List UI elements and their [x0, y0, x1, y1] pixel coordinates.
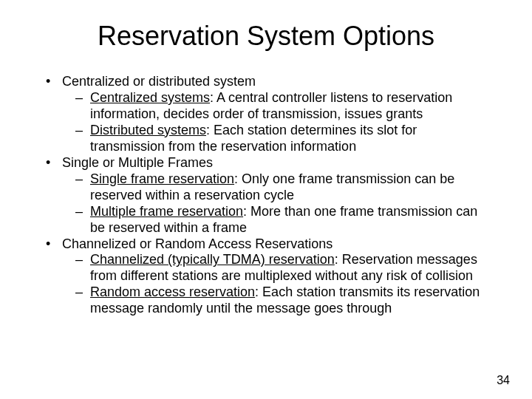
- term: Centralized systems: [90, 90, 210, 105]
- list-item: Random access reservation: Each station …: [75, 284, 495, 317]
- list-item: Distributed systems: Each station determ…: [75, 123, 495, 155]
- list-item: Channelized or Random Access Reservation…: [46, 236, 495, 318]
- term: Distributed systems: [90, 123, 206, 137]
- bullet-text: Centralized or distributed system: [62, 74, 256, 89]
- sub-list: Single frame reservation: Only one frame…: [62, 171, 495, 236]
- slide-title: Reservation System Options: [37, 21, 495, 52]
- term: Random access reservation: [90, 284, 255, 299]
- bullet-list: Centralized or distributed system Centra…: [37, 74, 495, 317]
- sub-list: Centralized systems: A central controlle…: [62, 90, 495, 155]
- bullet-text: Channelized or Random Access Reservation…: [62, 236, 332, 251]
- slide-body: Centralized or distributed system Centra…: [37, 74, 495, 317]
- term: Channelized (typically TDMA) reservation: [90, 252, 335, 267]
- sub-list: Channelized (typically TDMA) reservation…: [62, 252, 495, 317]
- list-item: Multiple frame reservation: More than on…: [75, 204, 495, 236]
- list-item: Single frame reservation: Only one frame…: [75, 171, 495, 204]
- term: Single frame reservation: [90, 171, 234, 186]
- bullet-text: Single or Multiple Frames: [62, 155, 213, 170]
- page-number: 34: [497, 374, 510, 387]
- list-item: Centralized or distributed system Centra…: [46, 74, 495, 155]
- list-item: Single or Multiple Frames Single frame r…: [46, 155, 495, 236]
- list-item: Centralized systems: A central controlle…: [75, 90, 495, 123]
- list-item: Channelized (typically TDMA) reservation…: [75, 252, 495, 284]
- term: Multiple frame reservation: [90, 204, 243, 219]
- slide: Reservation System Options Centralized o…: [0, 0, 532, 399]
